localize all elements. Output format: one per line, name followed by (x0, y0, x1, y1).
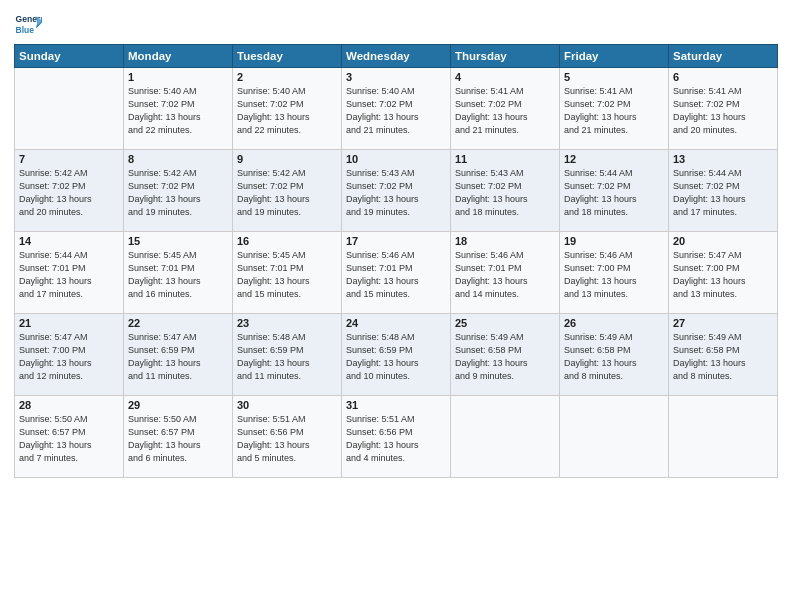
day-detail: Sunrise: 5:43 AM Sunset: 7:02 PM Dayligh… (346, 167, 446, 219)
day-detail: Sunrise: 5:51 AM Sunset: 6:56 PM Dayligh… (237, 413, 337, 465)
day-detail: Sunrise: 5:47 AM Sunset: 7:00 PM Dayligh… (673, 249, 773, 301)
calendar-cell (451, 396, 560, 478)
column-header-tuesday: Tuesday (233, 45, 342, 68)
calendar-cell: 27Sunrise: 5:49 AM Sunset: 6:58 PM Dayli… (669, 314, 778, 396)
day-detail: Sunrise: 5:42 AM Sunset: 7:02 PM Dayligh… (128, 167, 228, 219)
day-number: 11 (455, 153, 555, 165)
day-number: 20 (673, 235, 773, 247)
day-number: 9 (237, 153, 337, 165)
day-number: 17 (346, 235, 446, 247)
day-number: 18 (455, 235, 555, 247)
calendar-cell: 22Sunrise: 5:47 AM Sunset: 6:59 PM Dayli… (124, 314, 233, 396)
day-number: 1 (128, 71, 228, 83)
day-detail: Sunrise: 5:41 AM Sunset: 7:02 PM Dayligh… (564, 85, 664, 137)
calendar-cell: 11Sunrise: 5:43 AM Sunset: 7:02 PM Dayli… (451, 150, 560, 232)
calendar-cell: 4Sunrise: 5:41 AM Sunset: 7:02 PM Daylig… (451, 68, 560, 150)
day-number: 26 (564, 317, 664, 329)
day-number: 24 (346, 317, 446, 329)
day-detail: Sunrise: 5:48 AM Sunset: 6:59 PM Dayligh… (237, 331, 337, 383)
logo-icon: General Blue (14, 10, 42, 38)
day-number: 8 (128, 153, 228, 165)
day-number: 23 (237, 317, 337, 329)
day-detail: Sunrise: 5:44 AM Sunset: 7:02 PM Dayligh… (564, 167, 664, 219)
logo: General Blue (14, 10, 42, 38)
column-header-friday: Friday (560, 45, 669, 68)
calendar-week-row: 28Sunrise: 5:50 AM Sunset: 6:57 PM Dayli… (15, 396, 778, 478)
calendar-table: SundayMondayTuesdayWednesdayThursdayFrid… (14, 44, 778, 478)
day-number: 7 (19, 153, 119, 165)
calendar-week-row: 7Sunrise: 5:42 AM Sunset: 7:02 PM Daylig… (15, 150, 778, 232)
calendar-cell: 31Sunrise: 5:51 AM Sunset: 6:56 PM Dayli… (342, 396, 451, 478)
day-number: 28 (19, 399, 119, 411)
day-number: 5 (564, 71, 664, 83)
day-number: 21 (19, 317, 119, 329)
day-detail: Sunrise: 5:51 AM Sunset: 6:56 PM Dayligh… (346, 413, 446, 465)
day-number: 31 (346, 399, 446, 411)
day-detail: Sunrise: 5:40 AM Sunset: 7:02 PM Dayligh… (346, 85, 446, 137)
svg-text:Blue: Blue (16, 25, 35, 35)
column-header-sunday: Sunday (15, 45, 124, 68)
calendar-cell (560, 396, 669, 478)
column-header-saturday: Saturday (669, 45, 778, 68)
day-detail: Sunrise: 5:50 AM Sunset: 6:57 PM Dayligh… (128, 413, 228, 465)
day-detail: Sunrise: 5:45 AM Sunset: 7:01 PM Dayligh… (128, 249, 228, 301)
page-container: General Blue SundayMondayTuesdayWednesda… (0, 0, 792, 484)
day-detail: Sunrise: 5:40 AM Sunset: 7:02 PM Dayligh… (237, 85, 337, 137)
day-detail: Sunrise: 5:41 AM Sunset: 7:02 PM Dayligh… (455, 85, 555, 137)
calendar-body: 1Sunrise: 5:40 AM Sunset: 7:02 PM Daylig… (15, 68, 778, 478)
calendar-week-row: 1Sunrise: 5:40 AM Sunset: 7:02 PM Daylig… (15, 68, 778, 150)
calendar-cell (669, 396, 778, 478)
calendar-cell: 24Sunrise: 5:48 AM Sunset: 6:59 PM Dayli… (342, 314, 451, 396)
day-number: 27 (673, 317, 773, 329)
day-detail: Sunrise: 5:48 AM Sunset: 6:59 PM Dayligh… (346, 331, 446, 383)
calendar-cell: 7Sunrise: 5:42 AM Sunset: 7:02 PM Daylig… (15, 150, 124, 232)
day-detail: Sunrise: 5:44 AM Sunset: 7:02 PM Dayligh… (673, 167, 773, 219)
calendar-cell: 2Sunrise: 5:40 AM Sunset: 7:02 PM Daylig… (233, 68, 342, 150)
day-detail: Sunrise: 5:40 AM Sunset: 7:02 PM Dayligh… (128, 85, 228, 137)
calendar-header-row: SundayMondayTuesdayWednesdayThursdayFrid… (15, 45, 778, 68)
calendar-cell: 14Sunrise: 5:44 AM Sunset: 7:01 PM Dayli… (15, 232, 124, 314)
calendar-cell: 10Sunrise: 5:43 AM Sunset: 7:02 PM Dayli… (342, 150, 451, 232)
day-detail: Sunrise: 5:47 AM Sunset: 6:59 PM Dayligh… (128, 331, 228, 383)
day-detail: Sunrise: 5:49 AM Sunset: 6:58 PM Dayligh… (455, 331, 555, 383)
calendar-cell: 21Sunrise: 5:47 AM Sunset: 7:00 PM Dayli… (15, 314, 124, 396)
day-number: 14 (19, 235, 119, 247)
day-detail: Sunrise: 5:46 AM Sunset: 7:01 PM Dayligh… (346, 249, 446, 301)
calendar-cell: 3Sunrise: 5:40 AM Sunset: 7:02 PM Daylig… (342, 68, 451, 150)
calendar-cell: 18Sunrise: 5:46 AM Sunset: 7:01 PM Dayli… (451, 232, 560, 314)
header: General Blue (14, 10, 778, 38)
day-detail: Sunrise: 5:49 AM Sunset: 6:58 PM Dayligh… (673, 331, 773, 383)
column-header-thursday: Thursday (451, 45, 560, 68)
day-detail: Sunrise: 5:43 AM Sunset: 7:02 PM Dayligh… (455, 167, 555, 219)
calendar-cell: 1Sunrise: 5:40 AM Sunset: 7:02 PM Daylig… (124, 68, 233, 150)
day-detail: Sunrise: 5:46 AM Sunset: 7:01 PM Dayligh… (455, 249, 555, 301)
calendar-cell: 19Sunrise: 5:46 AM Sunset: 7:00 PM Dayli… (560, 232, 669, 314)
calendar-cell: 20Sunrise: 5:47 AM Sunset: 7:00 PM Dayli… (669, 232, 778, 314)
day-number: 2 (237, 71, 337, 83)
calendar-cell: 28Sunrise: 5:50 AM Sunset: 6:57 PM Dayli… (15, 396, 124, 478)
calendar-cell: 8Sunrise: 5:42 AM Sunset: 7:02 PM Daylig… (124, 150, 233, 232)
day-number: 6 (673, 71, 773, 83)
day-number: 12 (564, 153, 664, 165)
column-header-wednesday: Wednesday (342, 45, 451, 68)
calendar-week-row: 14Sunrise: 5:44 AM Sunset: 7:01 PM Dayli… (15, 232, 778, 314)
calendar-cell: 26Sunrise: 5:49 AM Sunset: 6:58 PM Dayli… (560, 314, 669, 396)
calendar-cell: 16Sunrise: 5:45 AM Sunset: 7:01 PM Dayli… (233, 232, 342, 314)
day-number: 4 (455, 71, 555, 83)
day-number: 10 (346, 153, 446, 165)
calendar-cell: 29Sunrise: 5:50 AM Sunset: 6:57 PM Dayli… (124, 396, 233, 478)
calendar-cell: 13Sunrise: 5:44 AM Sunset: 7:02 PM Dayli… (669, 150, 778, 232)
calendar-cell: 30Sunrise: 5:51 AM Sunset: 6:56 PM Dayli… (233, 396, 342, 478)
day-detail: Sunrise: 5:44 AM Sunset: 7:01 PM Dayligh… (19, 249, 119, 301)
calendar-cell (15, 68, 124, 150)
day-number: 19 (564, 235, 664, 247)
day-detail: Sunrise: 5:50 AM Sunset: 6:57 PM Dayligh… (19, 413, 119, 465)
day-detail: Sunrise: 5:42 AM Sunset: 7:02 PM Dayligh… (237, 167, 337, 219)
day-number: 30 (237, 399, 337, 411)
calendar-cell: 25Sunrise: 5:49 AM Sunset: 6:58 PM Dayli… (451, 314, 560, 396)
calendar-cell: 6Sunrise: 5:41 AM Sunset: 7:02 PM Daylig… (669, 68, 778, 150)
day-detail: Sunrise: 5:42 AM Sunset: 7:02 PM Dayligh… (19, 167, 119, 219)
day-number: 16 (237, 235, 337, 247)
day-detail: Sunrise: 5:47 AM Sunset: 7:00 PM Dayligh… (19, 331, 119, 383)
day-detail: Sunrise: 5:46 AM Sunset: 7:00 PM Dayligh… (564, 249, 664, 301)
